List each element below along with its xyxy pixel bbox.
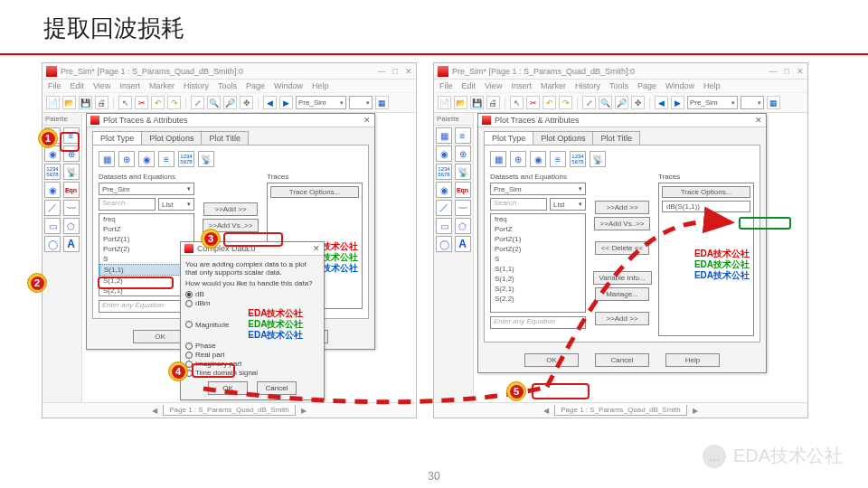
radio-mag[interactable]: Magnitude EDA技术公社 EDA技术公社 EDA技术公社	[185, 308, 319, 341]
cut-icon[interactable]: ✂	[135, 96, 148, 109]
fwd-icon[interactable]: ▶	[279, 96, 293, 109]
zoom-out-icon[interactable]: 🔎	[223, 96, 237, 109]
menu-insert[interactable]: Insert	[119, 81, 140, 90]
radio-dbm[interactable]: dBm	[185, 299, 319, 307]
ok-button[interactable]: OK	[133, 330, 187, 343]
pal-line-icon[interactable]: ／	[436, 200, 452, 216]
page-next-icon[interactable]: ▶	[301, 407, 307, 415]
list-mode-select[interactable]: List	[550, 198, 586, 211]
pal-antenna-icon[interactable]: 📡	[63, 164, 80, 180]
subdlg-cancel-button[interactable]: Cancel	[257, 381, 297, 395]
menu-history[interactable]: History	[184, 81, 209, 90]
search-input[interactable]: Search	[99, 198, 156, 211]
help-button[interactable]: Help	[665, 353, 720, 367]
pal-polyline-icon[interactable]: 〰	[63, 200, 80, 216]
menu-view[interactable]: View	[485, 81, 502, 90]
close-button[interactable]: ✕	[797, 67, 804, 76]
dialog-close-icon[interactable]: ✕	[755, 116, 762, 125]
type-stack-icon[interactable]: ≡	[550, 151, 566, 167]
new-icon[interactable]: 📄	[438, 96, 451, 109]
variable-list[interactable]: freqPortZPortZ(1)PortZ(2)SS(1,1)S(1,2)S(…	[490, 213, 586, 313]
pal-smith-icon[interactable]: ◉	[436, 145, 452, 162]
page-prev-icon[interactable]: ◀	[543, 407, 549, 415]
dataset-select-b[interactable]	[349, 96, 373, 109]
pal-polyline-icon[interactable]: 〰	[455, 200, 471, 216]
radio-imag[interactable]: Imaginary part	[185, 360, 319, 368]
tab-plot-options[interactable]: Plot Options	[533, 131, 593, 145]
pointer-icon[interactable]: ↖	[118, 96, 132, 109]
pal-text-icon[interactable]: A	[455, 236, 471, 252]
equation-input[interactable]: Enter any Equation	[490, 316, 586, 329]
dialog-close-icon[interactable]: ✕	[363, 116, 371, 125]
pal-polar-icon[interactable]: ⊕	[455, 145, 471, 162]
back-icon[interactable]: ◀	[655, 96, 668, 109]
subdlg-close-icon[interactable]: ✕	[313, 244, 320, 253]
pal-rect-icon[interactable]: ▭	[436, 218, 452, 234]
radio-db[interactable]: dB	[185, 290, 319, 298]
tab-plot-options[interactable]: Plot Options	[141, 131, 202, 145]
pal-circle-icon[interactable]: ◯	[436, 236, 452, 252]
menu-help[interactable]: Help	[312, 81, 329, 90]
menu-insert[interactable]: Insert	[511, 81, 532, 90]
zoom-fit-icon[interactable]: ⤢	[191, 96, 204, 109]
dataset-select[interactable]: Pre_Sim	[99, 183, 194, 195]
menu-window[interactable]: Window	[665, 81, 694, 90]
type-stack-icon[interactable]: ≡	[158, 151, 175, 167]
save-icon[interactable]: 💾	[470, 96, 484, 109]
add-button[interactable]: >>Add >>	[595, 201, 649, 214]
type-list-icon[interactable]: 12345678	[178, 151, 194, 167]
type-polar-icon[interactable]: ⊕	[510, 151, 526, 167]
menu-page[interactable]: Page	[246, 81, 265, 90]
page-tab[interactable]: Page 1 : S_Params_Quad_dB_Smith	[163, 405, 296, 416]
pal-stacked-plot-icon[interactable]: ≡	[455, 127, 471, 144]
type-rect-icon[interactable]: ▦	[490, 151, 506, 167]
type-smith-icon[interactable]: ◉	[138, 151, 155, 167]
redo-icon[interactable]: ↷	[559, 96, 572, 109]
menu-marker[interactable]: Marker	[149, 81, 175, 90]
type-list-icon[interactable]: 12345678	[570, 151, 586, 167]
dataset-select-a[interactable]: Pre_Sim	[687, 96, 738, 109]
pal-circle-icon[interactable]: ◯	[44, 236, 61, 252]
type-antenna-icon[interactable]: 📡	[590, 151, 606, 167]
zoom-fit-icon[interactable]: ⤢	[582, 96, 596, 109]
menu-edit[interactable]: Edit	[71, 81, 85, 90]
delete-button[interactable]: << Delete <<	[595, 241, 649, 255]
menu-file[interactable]: File	[439, 81, 453, 90]
print-icon[interactable]: 🖨	[486, 96, 500, 109]
back-icon[interactable]: ◀	[263, 96, 277, 109]
tab-plot-type[interactable]: Plot Type	[92, 131, 142, 145]
add2-button[interactable]: >>Add >>	[595, 312, 649, 325]
minimize-button[interactable]: —	[769, 67, 778, 76]
pan-icon[interactable]: ✥	[240, 96, 253, 109]
tab-plot-type[interactable]: Plot Type	[484, 131, 533, 145]
dataset-select[interactable]: Pre_Sim	[490, 183, 586, 195]
pal-text-icon[interactable]: A	[63, 236, 80, 252]
menu-file[interactable]: File	[48, 81, 61, 90]
menu-help[interactable]: Help	[703, 81, 721, 90]
menu-history[interactable]: History	[575, 81, 600, 90]
close-button[interactable]: ✕	[405, 67, 412, 76]
zoom-in-icon[interactable]: 🔍	[599, 96, 612, 109]
trace-db-s11[interactable]: dB(S(1,1))	[662, 201, 750, 212]
new-icon[interactable]: 📄	[46, 96, 60, 109]
manage-button[interactable]: Manage...	[595, 287, 649, 301]
menu-view[interactable]: View	[93, 81, 110, 90]
subdlg-ok-button[interactable]: OK	[208, 381, 248, 395]
plot-icon[interactable]: ▦	[375, 96, 389, 109]
page-tab[interactable]: Page 1 : S_Params_Quad_dB_Smith	[554, 405, 687, 416]
cut-icon[interactable]: ✂	[526, 96, 540, 109]
pal-list-icon[interactable]: 12345678	[436, 164, 452, 180]
menu-tools[interactable]: Tools	[218, 81, 237, 90]
type-antenna-icon[interactable]: 📡	[198, 151, 214, 167]
fwd-icon[interactable]: ▶	[671, 96, 684, 109]
cancel-button[interactable]: Cancel	[595, 353, 649, 367]
page-next-icon[interactable]: ▶	[693, 407, 698, 415]
minimize-button[interactable]: —	[378, 67, 386, 76]
radio-time[interactable]: Time domain signal	[185, 369, 319, 377]
addvs-button[interactable]: >>Add Vs..>>	[594, 217, 651, 230]
pointer-icon[interactable]: ↖	[510, 96, 524, 109]
pal-eqn-icon[interactable]: Eqn	[455, 182, 471, 198]
print-icon[interactable]: 🖨	[95, 96, 108, 109]
radio-real[interactable]: Real part	[185, 351, 319, 359]
redo-icon[interactable]: ↷	[167, 96, 181, 109]
